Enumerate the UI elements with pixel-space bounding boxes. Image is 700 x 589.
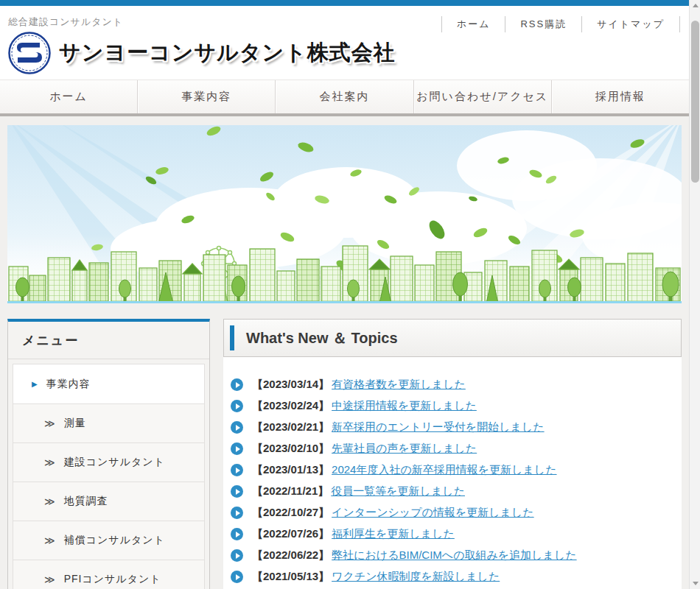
sidebar-menu-item[interactable]: ▶ ≫ 補償コンサルタント <box>13 521 204 560</box>
sidebar-menu-item-label: 事業内容 <box>46 378 91 391</box>
news-title: What's New ＆ Topics <box>246 328 398 348</box>
news-list: 【2023/03/14】 有資格者数を更新しました 【2023/02/24】 中… <box>223 357 682 588</box>
news-item: 【2021/05/13】 ワクチン休暇制度を新設しました <box>231 566 682 588</box>
double-chevron-icon: ≫ <box>44 574 56 585</box>
news-link[interactable]: 福利厚生を更新しました <box>332 527 455 541</box>
sidebar-menu-item[interactable]: ▶ ≫ 建設コンサルタント <box>13 442 204 482</box>
news-link[interactable]: 先輩社員の声を更新しました <box>332 442 477 456</box>
news-item: 【2022/06/22】 弊社におけるBIM/CIMへの取組みを追加しました <box>231 545 682 566</box>
news-date: 【2022/07/26】 <box>252 527 329 541</box>
news-date: 【2022/11/21】 <box>252 484 329 498</box>
play-circle-icon <box>231 442 243 455</box>
news-date: 【2022/10/27】 <box>252 506 329 520</box>
sidebar-menu-item-label: 建設コンサルタント <box>64 456 165 469</box>
vertical-scrollbar[interactable] <box>689 0 700 589</box>
news-link[interactable]: 2024年度入社の新卒採用情報を更新しました <box>332 463 556 477</box>
news-date: 【2023/02/24】 <box>252 399 329 413</box>
sidebar-menu-list: ▶ ≫ 事業内容 ▶ ≫ 測量 ▶ ≫ 建設コンサルタント <box>13 364 205 589</box>
news-item: 【2023/02/21】 新卒採用のエントリー受付を開始しました <box>231 417 682 438</box>
top-accent-bar <box>0 0 689 6</box>
news-link[interactable]: 役員一覧等を更新しました <box>331 484 465 498</box>
news-item: 【2022/10/27】 インターンシップの情報を更新しました <box>231 502 682 523</box>
play-circle-icon <box>231 464 243 476</box>
news-link[interactable]: 有資格者数を更新しました <box>332 378 466 392</box>
news-header: What's New ＆ Topics <box>223 319 682 357</box>
play-circle-icon <box>231 400 243 412</box>
company-tagline: 総合建設コンサルタント <box>8 15 123 29</box>
utility-nav: ホーム RSS購読 サイトマップ <box>441 16 680 32</box>
news-date: 【2023/02/21】 <box>252 420 329 434</box>
eco-city-illustration <box>7 125 682 303</box>
news-item: 【2023/03/14】 有資格者数を更新しました <box>231 374 682 395</box>
sidebar-menu-item[interactable]: ▶ ≫ 事業内容 <box>13 364 204 403</box>
sidebar-menu-item-label: 測量 <box>64 417 86 430</box>
brand-home-link[interactable]: サンヨーコンサルタント株式会社 <box>7 31 396 75</box>
nav-item[interactable]: 事業内容 <box>137 80 275 113</box>
page: 総合建設コンサルタント ホーム RSS購読 サイトマップ サンヨーコンサルタント… <box>0 0 689 589</box>
news-item: 【2023/02/24】 中途採用情報を更新しました <box>231 395 682 417</box>
blue-accent-bar <box>230 325 234 350</box>
double-chevron-icon: ≫ <box>44 535 56 546</box>
double-chevron-icon: ≫ <box>44 417 56 429</box>
sidebar-menu-item-label: 地質調査 <box>64 495 108 508</box>
nav-item[interactable]: ホーム <box>0 80 137 113</box>
play-circle-icon <box>231 378 243 391</box>
news-link[interactable]: ワクチン休暇制度を新設しました <box>332 570 500 584</box>
news-link[interactable]: 中途採用情報を更新しました <box>332 399 477 413</box>
double-chevron-icon: ≫ <box>44 495 56 507</box>
news-date: 【2023/03/14】 <box>252 378 329 392</box>
sidebar-menu-item-label: 補償コンサルタント <box>64 534 165 547</box>
scrollbar-thumb[interactable] <box>691 21 699 183</box>
nav-item[interactable]: 会社案内 <box>275 80 413 113</box>
play-circle-icon <box>231 571 243 583</box>
play-circle-icon <box>231 528 243 540</box>
sidebar-menu-item[interactable]: ▶ ≫ 地質調査 <box>13 482 204 521</box>
news-link[interactable]: インターンシップの情報を更新しました <box>332 506 534 520</box>
double-chevron-icon: ≫ <box>44 456 56 468</box>
scroll-up-arrow-icon[interactable] <box>690 0 700 11</box>
sidebar-menu-item[interactable]: ▶ ≫ PFIコンサルタント <box>13 560 204 589</box>
main-nav: ホーム 事業内容 会社案内 お問い合わせ/アクセス 採用情報 <box>0 80 689 116</box>
play-circle-icon <box>231 507 243 519</box>
sidebar-menu-title: メニュー <box>8 322 209 359</box>
news-link[interactable]: 弊社におけるBIM/CIMへの取組みを追加しました <box>332 549 577 562</box>
nav-item[interactable]: 採用情報 <box>551 80 689 113</box>
news-date: 【2023/02/10】 <box>252 442 329 456</box>
news-item: 【2023/01/13】 2024年度入社の新卒採用情報を更新しました <box>231 459 682 481</box>
play-circle-icon <box>231 421 243 434</box>
news-date: 【2022/06/22】 <box>252 549 329 562</box>
news-item: 【2022/11/21】 役員一覧等を更新しました <box>231 481 682 502</box>
company-s-logo-icon <box>7 31 52 75</box>
news-link[interactable]: 新卒採用のエントリー受付を開始しました <box>332 420 545 434</box>
site-header: 総合建設コンサルタント ホーム RSS購読 サイトマップ サンヨーコンサルタント… <box>0 6 689 80</box>
main-content: メニュー ▶ ≫ 事業内容 ▶ ≫ 測量 <box>7 319 682 589</box>
news-panel: What's New ＆ Topics 【2023/03/14】 有資格者数を更… <box>223 319 682 589</box>
company-name: サンヨーコンサルタント株式会社 <box>59 38 396 68</box>
hero-banner-image <box>7 125 682 303</box>
news-date: 【2023/01/13】 <box>252 463 329 477</box>
sidebar-menu-item[interactable]: ▶ ≫ 測量 <box>13 403 204 442</box>
sidebar-menu: メニュー ▶ ≫ 事業内容 ▶ ≫ 測量 <box>7 319 210 589</box>
utility-link[interactable]: ホーム <box>441 16 505 32</box>
news-item: 【2022/07/26】 福利厚生を更新しました <box>231 523 682 545</box>
scroll-down-arrow-icon[interactable] <box>690 578 700 589</box>
nav-item[interactable]: お問い合わせ/アクセス <box>413 80 551 113</box>
triangle-right-icon: ▶ <box>32 380 38 388</box>
play-circle-icon <box>231 485 243 498</box>
sidebar-menu-item-label: PFIコンサルタント <box>64 573 161 586</box>
utility-link[interactable]: RSS購読 <box>505 16 581 32</box>
utility-link[interactable]: サイトマップ <box>581 16 680 32</box>
news-date: 【2021/05/13】 <box>252 570 329 584</box>
play-circle-icon <box>231 549 243 562</box>
news-item: 【2023/02/10】 先輩社員の声を更新しました <box>231 438 682 459</box>
